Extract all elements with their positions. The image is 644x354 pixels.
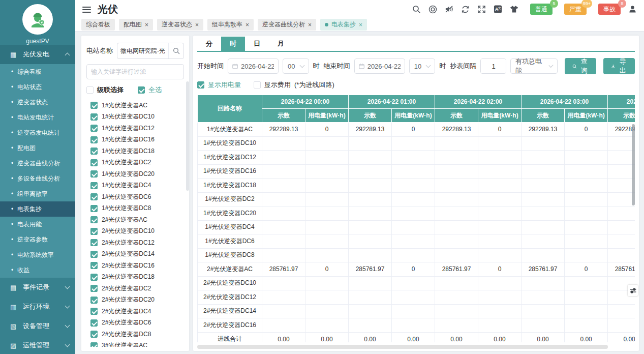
show-cost-checkbox[interactable] bbox=[254, 81, 261, 88]
device-checkbox[interactable] bbox=[90, 113, 98, 121]
device-checkbox[interactable] bbox=[90, 297, 98, 304]
show-energy-checkbox[interactable] bbox=[197, 81, 204, 88]
close-icon[interactable]: × bbox=[359, 22, 362, 28]
device-checkbox[interactable] bbox=[90, 228, 98, 235]
fullscreen-icon[interactable] bbox=[477, 5, 486, 14]
device-checkbox[interactable] bbox=[90, 148, 98, 155]
time-tab-分[interactable]: 分 bbox=[197, 37, 221, 51]
table-horizontal-scrollbar[interactable] bbox=[197, 345, 635, 349]
device-checkbox[interactable] bbox=[90, 216, 98, 223]
device-item-1#光伏逆变器DC12[interactable]: 1#光伏逆变器DC12 bbox=[86, 123, 184, 134]
device-item-1#光伏逆变器DC8[interactable]: 1#光伏逆变器DC8 bbox=[86, 203, 184, 215]
sidebar-section-事件记录[interactable]: ▤事件记录 bbox=[0, 278, 75, 297]
alarm-accident-button[interactable]: 事故8 bbox=[598, 4, 621, 15]
close-icon[interactable]: × bbox=[308, 22, 312, 28]
device-item-1#光伏逆变器DC18[interactable]: 1#光伏逆变器DC18 bbox=[86, 145, 184, 157]
sidebar-item-组串离散率[interactable]: 组串离散率 bbox=[0, 186, 75, 201]
query-button[interactable]: 查询 bbox=[565, 58, 596, 74]
device-checkbox[interactable] bbox=[90, 239, 98, 246]
device-checkbox[interactable] bbox=[90, 262, 98, 269]
device-item-2#光伏逆变器DC18[interactable]: 2#光伏逆变器DC18 bbox=[86, 272, 184, 283]
device-item-2#光伏逆变器DC20[interactable]: 2#光伏逆变器DC20 bbox=[86, 294, 184, 306]
device-checkbox[interactable] bbox=[90, 331, 98, 338]
sidebar-item-逆变器参数[interactable]: 逆变器参数 bbox=[0, 232, 75, 247]
close-icon[interactable]: × bbox=[145, 22, 148, 28]
device-item-2#光伏逆变器DC12[interactable]: 2#光伏逆变器DC12 bbox=[86, 237, 184, 249]
translate-icon[interactable]: A文 bbox=[494, 5, 502, 14]
close-icon[interactable]: × bbox=[246, 22, 249, 28]
station-name-input[interactable] bbox=[117, 47, 168, 54]
device-item-1#光伏逆变器DC16[interactable]: 1#光伏逆变器DC16 bbox=[86, 134, 184, 146]
refresh-icon[interactable] bbox=[461, 5, 470, 14]
theme-icon[interactable] bbox=[510, 5, 518, 14]
device-item-2#光伏逆变器DC16[interactable]: 2#光伏逆变器DC16 bbox=[86, 260, 184, 272]
device-checkbox[interactable] bbox=[90, 205, 98, 212]
keyword-filter-input[interactable] bbox=[86, 64, 184, 79]
energy-type-select[interactable]: 有功总电能 bbox=[510, 58, 558, 74]
sidebar-section-运行环境[interactable]: ▥运行环境 bbox=[0, 297, 75, 316]
device-item-2#光伏逆变器DC8[interactable]: 2#光伏逆变器DC8 bbox=[86, 329, 184, 340]
time-tab-日[interactable]: 日 bbox=[245, 37, 269, 51]
page-tab-电表集抄[interactable]: 电表集抄× bbox=[320, 19, 367, 31]
device-checkbox[interactable] bbox=[90, 125, 98, 132]
sidebar-item-电站系统效率[interactable]: 电站系统效率 bbox=[0, 247, 75, 262]
search-icon[interactable] bbox=[412, 5, 421, 14]
sidebar-item-配电图[interactable]: 配电图 bbox=[0, 140, 75, 156]
table-vertical-scrollbar[interactable] bbox=[632, 124, 635, 205]
device-item-2#光伏逆变器DC6[interactable]: 2#光伏逆变器DC6 bbox=[86, 317, 184, 329]
device-checkbox[interactable] bbox=[90, 102, 98, 109]
sidebar-section-光伏发电[interactable]: ▦光伏发电 bbox=[0, 45, 75, 64]
column-settings-button[interactable] bbox=[628, 285, 638, 296]
time-tab-时[interactable]: 时 bbox=[221, 37, 245, 51]
device-item-1#光伏逆变器DC6[interactable]: 1#光伏逆变器DC6 bbox=[86, 191, 184, 203]
page-tab-配电图[interactable]: 配电图× bbox=[119, 19, 153, 31]
device-checkbox[interactable] bbox=[90, 342, 98, 347]
device-item-1#光伏逆变器AC[interactable]: 1#光伏逆变器AC bbox=[86, 100, 184, 111]
device-checkbox[interactable] bbox=[90, 159, 98, 166]
device-checkbox[interactable] bbox=[90, 170, 98, 178]
station-search-button[interactable] bbox=[168, 43, 183, 58]
device-item-2#光伏逆变器DC10[interactable]: 2#光伏逆变器DC10 bbox=[86, 226, 184, 238]
alarm-normal-button[interactable]: 普通5 bbox=[530, 4, 553, 15]
device-item-1#光伏逆变器DC10[interactable]: 1#光伏逆变器DC10 bbox=[86, 111, 184, 123]
sidebar-section-运维管理[interactable]: ▨运维管理 bbox=[0, 336, 75, 354]
device-checkbox[interactable] bbox=[90, 193, 98, 200]
sidebar-item-电表用能[interactable]: 电表用能 bbox=[0, 217, 75, 232]
device-checkbox[interactable] bbox=[90, 308, 98, 315]
device-item-1#光伏逆变器DC2[interactable]: 1#光伏逆变器DC2 bbox=[86, 157, 184, 169]
device-checkbox[interactable] bbox=[90, 274, 98, 281]
sidebar-item-逆变器发电统计[interactable]: 逆变器发电统计 bbox=[0, 125, 75, 140]
device-item-2#光伏逆变器AC[interactable]: 2#光伏逆变器AC bbox=[86, 214, 184, 226]
end-hour-select[interactable]: 10 bbox=[409, 58, 435, 74]
end-date-input[interactable] bbox=[354, 58, 405, 74]
sidebar-item-逆变器状态[interactable]: 逆变器状态 bbox=[0, 95, 75, 110]
user-icon[interactable] bbox=[628, 5, 637, 14]
device-item-2#光伏逆变器DC2[interactable]: 2#光伏逆变器DC2 bbox=[86, 283, 184, 294]
sidebar-item-电站状态[interactable]: 电站状态 bbox=[0, 79, 75, 95]
page-tab-逆变器状态[interactable]: 逆变器状态× bbox=[157, 19, 203, 31]
device-checkbox[interactable] bbox=[90, 319, 98, 327]
sidebar-item-多设备曲线分析[interactable]: 多设备曲线分析 bbox=[0, 171, 75, 186]
page-tab-组串离散率[interactable]: 组串离散率× bbox=[207, 19, 254, 31]
device-item-3#光伏逆变器AC[interactable]: 3#光伏逆变器AC bbox=[86, 340, 184, 347]
select-all-checkbox[interactable] bbox=[138, 86, 145, 94]
device-checkbox[interactable] bbox=[90, 136, 98, 143]
mute-icon[interactable] bbox=[445, 5, 453, 14]
page-tab-逆变器曲线分析[interactable]: 逆变器曲线分析× bbox=[258, 19, 316, 31]
sidebar-item-综合看板[interactable]: 综合看板 bbox=[0, 64, 75, 79]
device-checkbox[interactable] bbox=[90, 285, 98, 292]
cascade-checkbox[interactable] bbox=[86, 86, 94, 94]
sidebar-item-电站发电统计[interactable]: 电站发电统计 bbox=[0, 110, 75, 125]
alarm-severe-button[interactable]: 严重99+ bbox=[564, 4, 587, 15]
panel-scrollbar[interactable] bbox=[186, 81, 189, 191]
start-hour-select[interactable]: 00 bbox=[283, 58, 309, 74]
interval-input[interactable] bbox=[481, 59, 506, 73]
sidebar-section-设备管理[interactable]: ▧设备管理 bbox=[0, 316, 75, 336]
sidebar-item-电表集抄[interactable]: 电表集抄 bbox=[0, 201, 75, 217]
page-tab-综合看板[interactable]: 综合看板 bbox=[81, 19, 115, 31]
device-checkbox[interactable] bbox=[90, 251, 98, 258]
time-tab-月[interactable]: 月 bbox=[269, 37, 293, 51]
menu-toggle-icon[interactable] bbox=[82, 6, 91, 13]
export-button[interactable]: 导出 bbox=[603, 58, 635, 74]
device-item-2#光伏逆变器DC14[interactable]: 2#光伏逆变器DC14 bbox=[86, 249, 184, 260]
